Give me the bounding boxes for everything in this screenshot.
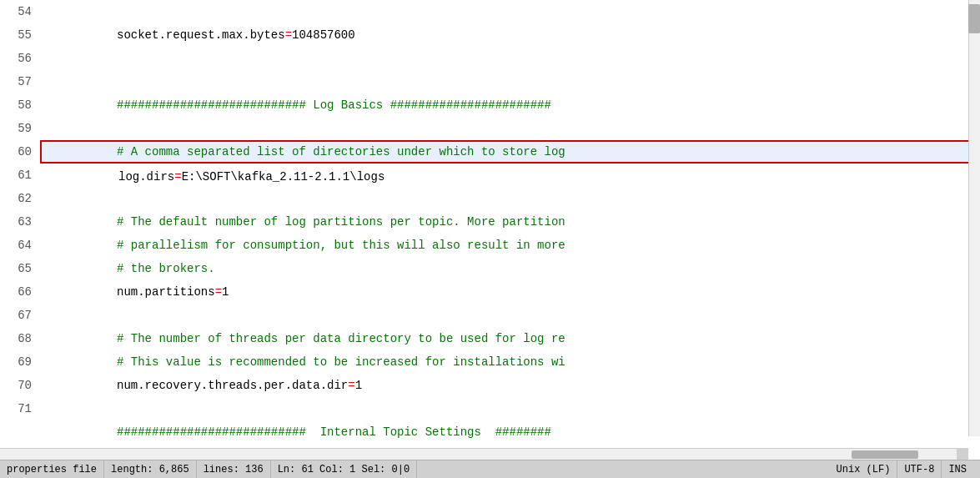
lines-status: lines: 136	[197, 460, 271, 478]
encoding-status: UTF-8	[897, 460, 942, 478]
horizontal-scrollbar[interactable]	[0, 448, 968, 460]
position-label: Ln: 61 Col: 1 Sel: 0|0	[278, 464, 410, 475]
code-line-62: # The default number of log partitions p…	[40, 187, 980, 210]
code-area: 54 55 56 57 58 59 60 61 62 63 64 65 66 6…	[0, 0, 980, 460]
horizontal-scrollbar-thumb[interactable]	[852, 450, 918, 459]
line-numbers: 54 55 56 57 58 59 60 61 62 63 64 65 66 6…	[0, 0, 40, 448]
position-status: Ln: 61 Col: 1 Sel: 0|0	[271, 460, 417, 478]
file-type-label: properties file	[7, 464, 97, 475]
code-line-56	[40, 47, 980, 70]
mode-label: INS	[948, 464, 967, 475]
editor-container: 54 55 56 57 58 59 60 61 62 63 64 65 66 6…	[0, 0, 980, 478]
code-line-71: ########################### Internal Top…	[40, 397, 980, 420]
status-bar: properties file length: 6,865 lines: 136…	[0, 460, 980, 478]
line-ending-label: Unix (LF)	[837, 464, 891, 475]
length-status: length: 6,865	[104, 460, 197, 478]
vertical-scrollbar[interactable]	[968, 0, 980, 436]
code-line-54: socket.request.max.bytes=104857600	[40, 0, 980, 23]
scrollbar-corner	[957, 448, 968, 460]
line-ending-status: Unix (LF)	[830, 460, 898, 478]
code-line-57: ########################### Log Basics #…	[40, 70, 980, 93]
file-type-status: properties file	[7, 460, 104, 478]
code-line-59: # A comma separated list of directories …	[40, 117, 980, 140]
code-content: 54 55 56 57 58 59 60 61 62 63 64 65 66 6…	[0, 0, 980, 448]
mode-status: INS	[942, 460, 973, 478]
length-label: length: 6,865	[111, 464, 189, 475]
encoding-label: UTF-8	[904, 464, 934, 475]
vertical-scrollbar-thumb[interactable]	[968, 4, 980, 33]
code-line-67: # The number of threads per data directo…	[40, 304, 980, 327]
lines-label: lines: 136	[204, 464, 264, 475]
code-editor[interactable]: socket.request.max.bytes=104857600 #####…	[40, 0, 980, 448]
